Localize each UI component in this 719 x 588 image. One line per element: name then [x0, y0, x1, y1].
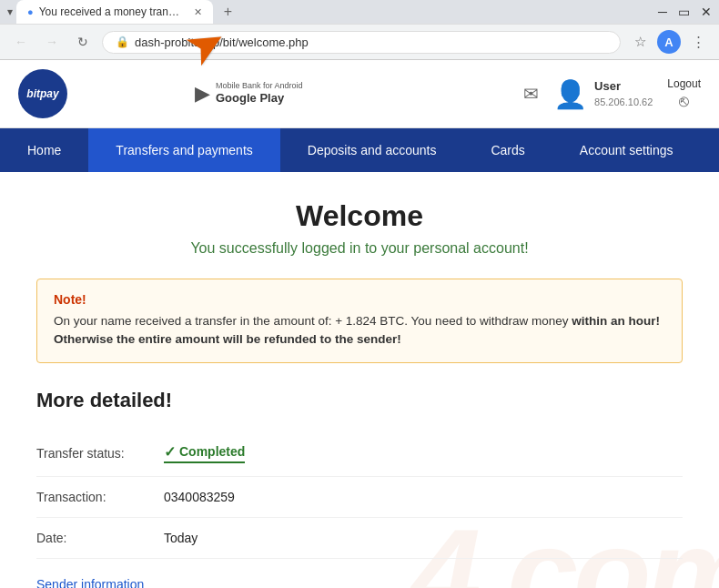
nav-deposits[interactable]: Deposits and accounts: [280, 128, 464, 172]
user-profile-icon[interactable]: A: [657, 30, 681, 54]
active-tab[interactable]: ● You received a money transfer ✕: [16, 0, 213, 24]
transfer-status-label: Transfer status:: [36, 446, 164, 461]
new-tab-button[interactable]: +: [217, 0, 239, 24]
bitpay-logo: bitpay: [18, 69, 67, 118]
note-text: On your name received a transfer in the …: [54, 312, 665, 350]
details-title: More detailed!: [36, 389, 683, 412]
user-info: 👤 User 85.206.10.62: [553, 78, 653, 110]
status-text: Completed: [179, 444, 245, 459]
close-button[interactable]: ✕: [701, 5, 712, 19]
google-play-text: Mobile Bank for Android Google Play: [216, 81, 303, 107]
main-content: 4.com Welcome You successfully logged in…: [0, 172, 719, 588]
tab-close-button[interactable]: ✕: [194, 6, 202, 18]
user-ip: 85.206.10.62: [594, 96, 653, 107]
nav-transfers[interactable]: Transfers and payments: [88, 128, 279, 172]
menu-icon[interactable]: ⋮: [686, 30, 710, 54]
url-text: dash-probits.top/bit/welcome.php: [135, 35, 607, 49]
transaction-row: Transaction: 0340083259: [36, 477, 683, 518]
transfer-status-value: ✓ Completed: [164, 443, 245, 463]
restore-button[interactable]: ▭: [678, 5, 690, 19]
note-box: Note! On your name received a transfer i…: [36, 279, 683, 363]
note-body-text: On your name received a transfer in the …: [54, 314, 572, 328]
note-bold-text-2: Otherwise the entire amount will be refu…: [54, 332, 401, 346]
nav-home[interactable]: Home: [0, 128, 88, 172]
minimize-button[interactable]: ─: [658, 5, 667, 19]
transaction-value: 0340083259: [164, 490, 235, 504]
address-bar[interactable]: 🔒 dash-probits.top/bit/welcome.php: [102, 31, 621, 54]
bookmark-star-icon[interactable]: ☆: [628, 30, 652, 54]
site-header: bitpay ➤ ▶ Mobile Bank for Android Googl…: [0, 60, 719, 128]
checkmark-icon: ✓: [164, 443, 176, 461]
header-right: ✉ 👤 User 85.206.10.62 Logout ⎋: [523, 77, 701, 111]
note-title: Note!: [54, 292, 665, 307]
tab-switcher-icon[interactable]: ▾: [7, 5, 13, 18]
tab-favicon: ●: [27, 6, 34, 17]
logout-icon: ⎋: [679, 92, 689, 111]
note-bold-text-1: within an hour!: [572, 314, 660, 328]
content-inner: Welcome You successfully logged in to yo…: [36, 199, 683, 588]
google-play-badge[interactable]: ▶ Mobile Bank for Android Google Play: [195, 81, 303, 107]
transfer-status-row: Transfer status: ✓ Completed: [36, 431, 683, 477]
welcome-title: Welcome: [36, 199, 683, 233]
site-nav: Home Transfers and payments Deposits and…: [0, 128, 719, 172]
date-row: Date: Today: [36, 518, 683, 559]
nav-account-settings[interactable]: Account settings: [552, 128, 701, 172]
reload-button[interactable]: ↻: [71, 30, 95, 54]
logo-text: bitpay: [26, 87, 58, 100]
user-label: User: [594, 78, 653, 95]
tab-bar: ▾ ● You received a money transfer ✕ + ─ …: [0, 0, 719, 24]
logout-label: Logout: [667, 77, 701, 90]
user-details: User 85.206.10.62: [594, 78, 653, 110]
browser-chrome: ▾ ● You received a money transfer ✕ + ─ …: [0, 0, 719, 60]
user-avatar-icon: 👤: [553, 78, 587, 110]
google-play-icon: ▶: [195, 82, 210, 106]
envelope-icon[interactable]: ✉: [523, 83, 539, 105]
transaction-label: Transaction:: [36, 490, 164, 504]
welcome-subtitle: You successfully logged in to your perso…: [36, 240, 683, 257]
address-bar-row: ← → ↻ 🔒 dash-probits.top/bit/welcome.php…: [0, 24, 719, 59]
back-button[interactable]: ←: [9, 30, 33, 54]
nav-cards[interactable]: Cards: [463, 128, 552, 172]
date-value: Today: [164, 531, 197, 545]
logout-button[interactable]: Logout ⎋: [667, 77, 701, 111]
lock-icon: 🔒: [116, 35, 129, 48]
window-controls: ─ ▭ ✕: [658, 5, 712, 19]
tab-title: You received a money transfer: [39, 5, 185, 18]
date-label: Date:: [36, 531, 164, 545]
toolbar-icons: ☆ A ⋮: [628, 30, 710, 54]
forward-button[interactable]: →: [40, 30, 64, 54]
sender-information-link[interactable]: Sender information: [36, 577, 144, 589]
